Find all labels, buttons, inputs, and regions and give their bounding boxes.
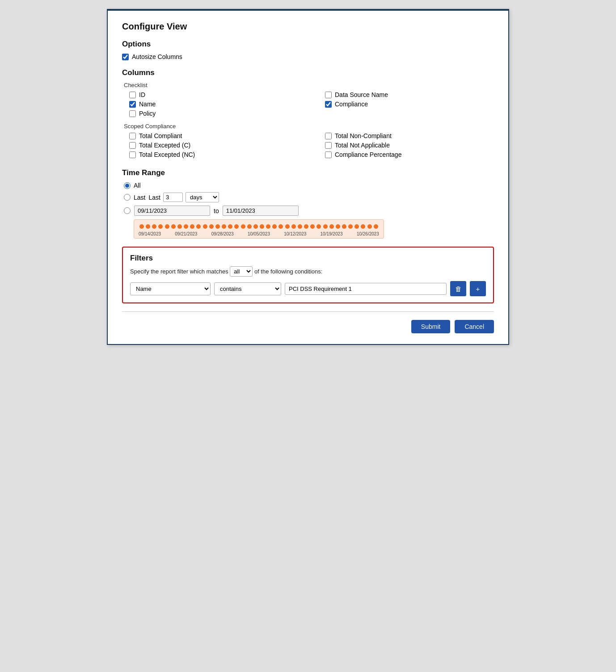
timeline-label: 09/14/2023 bbox=[139, 231, 161, 236]
timeline-label: 10/12/2023 bbox=[284, 231, 306, 236]
time-range-section: Time Range All Last Last days weeks mont… bbox=[122, 168, 494, 239]
timeline-labels: 09/14/2023 09/21/2023 09/28/2023 10/05/2… bbox=[139, 231, 379, 236]
timeline-dot bbox=[336, 224, 340, 229]
autosize-columns-label: Autosize Columns bbox=[132, 53, 182, 60]
col-id-row: ID bbox=[129, 91, 298, 98]
timeline-label: 10/19/2023 bbox=[321, 231, 343, 236]
col-total-compliant-row: Total Compliant bbox=[129, 132, 298, 139]
timeline-dot bbox=[316, 224, 321, 229]
last-unit-select[interactable]: days weeks months bbox=[186, 192, 219, 202]
time-range-dates-row: to bbox=[124, 206, 494, 216]
last-value-input[interactable] bbox=[163, 193, 183, 202]
col-compliance-row: Compliance bbox=[325, 101, 494, 108]
filter-add-button[interactable]: + bbox=[470, 281, 486, 296]
timeline-dot bbox=[247, 224, 252, 229]
timeline-dots bbox=[139, 224, 379, 229]
col-total-excepted-c-checkbox[interactable] bbox=[129, 142, 136, 149]
date-from-input[interactable] bbox=[134, 206, 210, 216]
col-datasource-checkbox[interactable] bbox=[325, 92, 332, 98]
timeline-dot bbox=[354, 224, 359, 229]
timeline-dot bbox=[323, 224, 328, 229]
timeline-dot bbox=[361, 224, 365, 229]
checklist-left: ID Name Policy bbox=[129, 91, 298, 119]
time-range-last-radio[interactable] bbox=[124, 194, 131, 201]
filters-title: Filters bbox=[130, 254, 486, 263]
col-policy-checkbox[interactable] bbox=[129, 110, 136, 117]
timeline-dot bbox=[222, 224, 226, 229]
col-datasource-row: Data Source Name bbox=[325, 91, 494, 98]
timeline-dot bbox=[234, 224, 239, 229]
scoped-right: Total Non-Compliant Total Not Applicable… bbox=[325, 132, 494, 160]
col-compliance-pct-row: Compliance Percentage bbox=[325, 151, 494, 158]
col-total-not-applicable-label: Total Not Applicable bbox=[335, 142, 390, 149]
timeline-dot bbox=[215, 224, 220, 229]
timeline-dot bbox=[184, 224, 188, 229]
scoped-label: Scoped Compliance bbox=[124, 123, 494, 130]
col-id-label: ID bbox=[139, 91, 145, 98]
timeline-dot bbox=[146, 224, 150, 229]
checklist-grid: ID Name Policy Data Source Name bbox=[129, 91, 494, 119]
time-range-all-radio[interactable] bbox=[124, 182, 131, 189]
col-name-row: Name bbox=[129, 101, 298, 108]
timeline-dot bbox=[285, 224, 290, 229]
timeline-dot bbox=[260, 224, 264, 229]
col-total-excepted-nc-label: Total Excepted (NC) bbox=[139, 151, 195, 158]
col-total-non-compliant-label: Total Non-Compliant bbox=[335, 132, 392, 139]
col-total-excepted-nc-row: Total Excepted (NC) bbox=[129, 151, 298, 158]
col-total-compliant-checkbox[interactable] bbox=[129, 133, 136, 139]
col-compliance-pct-checkbox[interactable] bbox=[325, 151, 332, 158]
options-section: Options Autosize Columns bbox=[122, 40, 494, 60]
cancel-button[interactable]: Cancel bbox=[455, 320, 494, 333]
timeline-dot bbox=[278, 224, 283, 229]
col-policy-label: Policy bbox=[139, 110, 156, 117]
timeline-label: 10/26/2023 bbox=[357, 231, 379, 236]
date-to-input[interactable] bbox=[223, 206, 299, 216]
timeline-dot bbox=[139, 224, 144, 229]
filter-row: Name Policy ID Compliance contains equal… bbox=[130, 281, 486, 296]
col-compliance-checkbox[interactable] bbox=[325, 101, 332, 108]
col-total-not-applicable-checkbox[interactable] bbox=[325, 142, 332, 149]
dialog-title: Configure View bbox=[122, 21, 494, 32]
to-label: to bbox=[214, 207, 219, 214]
autosize-columns-checkbox[interactable] bbox=[122, 54, 129, 60]
col-id-checkbox[interactable] bbox=[129, 92, 136, 98]
filter-name-select[interactable]: Name Policy ID Compliance bbox=[130, 282, 211, 295]
filters-box: Filters Specify the report filter which … bbox=[122, 247, 494, 303]
timeline-dot bbox=[272, 224, 277, 229]
timeline-dot bbox=[342, 224, 346, 229]
submit-button[interactable]: Submit bbox=[411, 320, 451, 333]
timeline-label: 09/28/2023 bbox=[211, 231, 234, 236]
col-total-compliant-label: Total Compliant bbox=[139, 132, 182, 139]
time-range-last-label: Last bbox=[134, 194, 145, 201]
col-datasource-label: Data Source Name bbox=[335, 91, 388, 98]
timeline-dot bbox=[196, 224, 201, 229]
last-text-label: Last bbox=[148, 194, 160, 201]
col-total-not-applicable-row: Total Not Applicable bbox=[325, 142, 494, 149]
time-range-title: Time Range bbox=[122, 168, 494, 177]
autosize-columns-row: Autosize Columns bbox=[122, 53, 494, 60]
time-range-all-label: All bbox=[134, 182, 141, 189]
configure-view-dialog: Configure View Options Autosize Columns … bbox=[107, 9, 509, 345]
filter-desc-suffix: of the following conditions: bbox=[254, 268, 322, 275]
time-range-all-row: All bbox=[124, 182, 494, 189]
timeline-dot bbox=[165, 224, 169, 229]
footer-divider bbox=[122, 311, 494, 312]
col-total-non-compliant-checkbox[interactable] bbox=[325, 133, 332, 139]
plus-icon: + bbox=[476, 285, 480, 293]
timeline-dot bbox=[177, 224, 182, 229]
timeline-label: 10/05/2023 bbox=[248, 231, 270, 236]
timeline-dot bbox=[374, 224, 378, 229]
timeline-dot bbox=[209, 224, 214, 229]
filter-delete-button[interactable]: 🗑 bbox=[450, 281, 466, 296]
timeline-dot bbox=[203, 224, 207, 229]
filter-value-input[interactable] bbox=[285, 283, 447, 295]
col-total-excepted-nc-checkbox[interactable] bbox=[129, 151, 136, 158]
time-range-range-radio[interactable] bbox=[124, 207, 131, 214]
col-total-excepted-c-label: Total Excepted (C) bbox=[139, 142, 190, 149]
col-name-checkbox[interactable] bbox=[129, 101, 136, 108]
filter-match-select[interactable]: all any bbox=[230, 266, 253, 277]
filter-op-select[interactable]: contains equals starts with ends with bbox=[214, 282, 281, 295]
timeline-dot bbox=[253, 224, 258, 229]
scoped-section: Scoped Compliance Total Compliant Total … bbox=[122, 123, 494, 160]
options-section-title: Options bbox=[122, 40, 494, 49]
